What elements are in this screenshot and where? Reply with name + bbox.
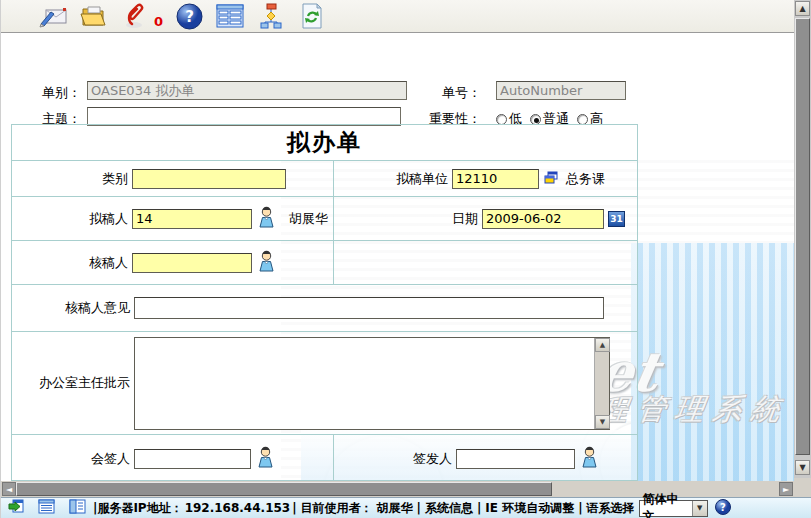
drafter-label: 拟稿人 <box>12 210 132 228</box>
doc-no-input <box>496 81 626 100</box>
attachment-icon[interactable] <box>119 2 151 30</box>
doc-type-input <box>87 81 407 100</box>
director-note-label: 办公室主任批示 <box>12 374 134 392</box>
svg-text:?: ? <box>185 8 194 26</box>
reviewer-label: 核稿人 <box>12 254 132 272</box>
table-row: 核稿人 <box>12 241 637 285</box>
category-input[interactable] <box>132 169 286 189</box>
scroll-up-icon[interactable]: ▲ <box>795 1 810 16</box>
exit-icon[interactable] <box>8 499 24 517</box>
drafter-name: 胡展华 <box>289 210 328 228</box>
language-select-value: 简体中文 <box>640 491 692 518</box>
list-view-icon[interactable] <box>38 499 55 517</box>
review-opinion-cell: 核稿人意见 <box>12 285 637 331</box>
drafter-user-picker-icon[interactable] <box>258 206 275 231</box>
scroll-up-icon[interactable]: ▲ <box>595 338 610 352</box>
server-ip-value: 192.168.44.153 <box>185 501 291 515</box>
language-select-label: 语系选择 <box>587 500 635 517</box>
date-cell: 日期 31 <box>334 197 637 240</box>
issuer-cell: 签发人 <box>334 435 637 481</box>
separator: | <box>417 501 421 515</box>
director-note-textarea-wrap: ▲ ▼ <box>134 337 610 430</box>
send-mail-icon[interactable] <box>37 2 69 30</box>
chevron-down-icon[interactable]: ▼ <box>692 501 707 516</box>
cosigner-label: 会签人 <box>12 450 134 468</box>
separator: | <box>578 501 582 515</box>
draft-unit-name: 总务课 <box>566 170 605 188</box>
date-input[interactable] <box>482 209 604 229</box>
refresh-icon[interactable] <box>296 2 328 30</box>
status-bar: | 服务器IP地址： 192.168.44.153 | 目前使用者： 胡展华 |… <box>1 497 811 518</box>
review-opinion-input[interactable] <box>134 297 604 319</box>
issuer-input[interactable] <box>456 449 575 469</box>
director-note-cell: 办公室主任批示 ▲ ▼ <box>12 332 637 434</box>
scroll-down-icon[interactable]: ▼ <box>595 415 610 429</box>
statusbar-help-icon[interactable]: ? <box>715 499 731 518</box>
form-view-icon[interactable] <box>214 2 246 30</box>
draft-unit-cell: 拟稿单位 总务课 <box>334 161 637 196</box>
draft-unit-label: 拟稿单位 <box>334 170 452 188</box>
language-select[interactable]: 简体中文 ▼ <box>639 500 708 517</box>
system-info-link[interactable]: 系统信息 <box>425 500 473 517</box>
scroll-left-icon[interactable]: ◄ <box>2 482 16 496</box>
server-ip-label: 服务器IP地址： <box>97 500 182 517</box>
drafter-input[interactable] <box>132 209 252 229</box>
textarea-scrollbar[interactable]: ▲ ▼ <box>594 338 609 429</box>
category-cell: 类别 <box>12 161 334 196</box>
table-row: 拟稿人 胡展华 日期 31 <box>12 197 637 241</box>
issuer-label: 签发人 <box>334 450 456 468</box>
calendar-icon[interactable]: 31 <box>608 211 625 227</box>
separator: | <box>477 501 481 515</box>
draft-unit-input[interactable] <box>452 169 539 189</box>
radio-high[interactable] <box>577 114 588 125</box>
app-window: 0 ? <box>0 0 811 518</box>
flowchart-icon[interactable] <box>255 2 287 30</box>
ie-auto-adjust-link[interactable]: IE 环境自动调整 <box>485 500 574 517</box>
scrollbar-corner <box>794 478 811 498</box>
document-header-form: 单别： 单号： 主题： 重要性： 低 普通 高 <box>1 34 795 124</box>
reviewer-cell: 核稿人 <box>12 241 334 284</box>
form-title: 拟办单 <box>12 125 637 161</box>
table-row: 办公室主任批示 ▲ ▼ <box>12 332 637 435</box>
drafter-cell: 拟稿人 胡展华 <box>12 197 334 240</box>
doc-no-label: 单号： <box>401 84 481 102</box>
attachment-count-badge: 0 <box>154 14 163 29</box>
split-panel-icon[interactable] <box>69 499 86 517</box>
org-picker-icon[interactable] <box>544 171 558 187</box>
table-row: 核稿人意见 <box>12 285 637 332</box>
separator: | <box>292 501 296 515</box>
vertical-scrollbar-thumb[interactable] <box>795 18 810 455</box>
toolbar: 0 ? <box>1 0 795 33</box>
help-icon[interactable]: ? <box>173 2 205 30</box>
scroll-right-icon[interactable]: ► <box>779 482 793 496</box>
issuer-user-picker-icon[interactable] <box>581 446 598 471</box>
radio-low[interactable] <box>496 114 507 125</box>
vertical-scrollbar[interactable]: ▲ ▼ <box>794 0 811 478</box>
current-user-label: 目前使用者： <box>301 500 373 517</box>
table-row: 会签人 签发人 <box>12 435 637 481</box>
cosigner-cell: 会签人 <box>12 435 334 481</box>
doc-type-label: 单别： <box>1 84 81 102</box>
scroll-down-icon[interactable]: ▼ <box>795 460 810 475</box>
horizontal-scrollbar-thumb[interactable] <box>16 482 552 496</box>
current-user-name: 胡展华 <box>377 500 413 517</box>
proposal-form-table: 拟办单 类别 拟稿单位 总务课 <box>11 124 638 481</box>
review-opinion-label: 核稿人意见 <box>12 299 134 317</box>
category-label: 类别 <box>12 170 132 188</box>
empty-cell <box>334 241 637 284</box>
reviewer-input[interactable] <box>132 253 252 273</box>
cosigner-user-picker-icon[interactable] <box>257 446 274 471</box>
table-row: 类别 拟稿单位 总务课 <box>12 161 637 197</box>
reviewer-user-picker-icon[interactable] <box>258 250 275 275</box>
svg-text:?: ? <box>720 502 726 513</box>
cosigner-input[interactable] <box>134 449 251 469</box>
open-folder-icon[interactable] <box>78 2 110 30</box>
date-label: 日期 <box>334 210 482 228</box>
radio-normal[interactable] <box>530 114 541 125</box>
director-note-textarea[interactable] <box>135 338 594 429</box>
